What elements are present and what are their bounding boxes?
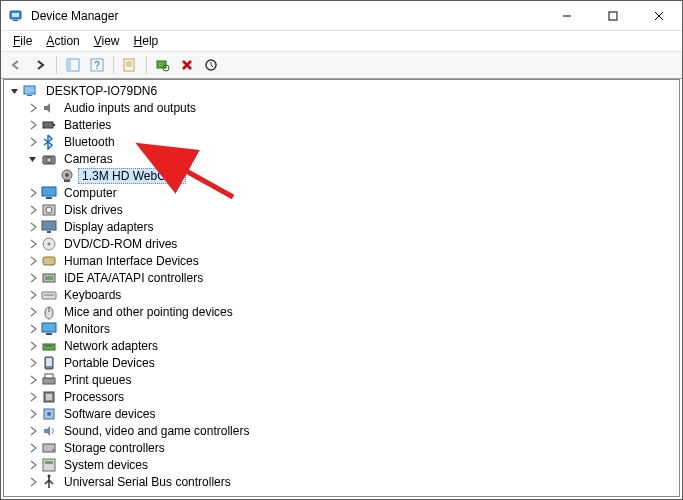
tree-item[interactable]: Storage controllers <box>4 439 679 456</box>
printer-icon <box>41 372 57 388</box>
svg-rect-39 <box>45 276 53 280</box>
tree-item[interactable]: Monitors <box>4 320 679 337</box>
tree-item-label: DVD/CD-ROM drives <box>60 236 181 252</box>
chevron-right-icon[interactable] <box>26 441 40 455</box>
chevron-right-icon[interactable] <box>26 135 40 149</box>
tree-item-label: Bluetooth <box>60 134 119 150</box>
tree-item-label: Universal Serial Bus controllers <box>60 474 235 490</box>
tree-item-label: System devices <box>60 457 152 473</box>
tree-item[interactable]: DESKTOP-IO79DN6 <box>4 82 679 99</box>
tree-item[interactable]: Computer <box>4 184 679 201</box>
menu-file[interactable]: File <box>7 32 38 50</box>
toolbar-separator <box>146 56 147 74</box>
tree-item[interactable]: Mice and other pointing devices <box>4 303 679 320</box>
tree-item[interactable]: Keyboards <box>4 286 679 303</box>
chevron-right-icon[interactable] <box>26 220 40 234</box>
tree-item[interactable]: Processors <box>4 388 679 405</box>
tree-item[interactable]: Sound, video and game controllers <box>4 422 679 439</box>
device-manager-icon <box>9 8 25 24</box>
svg-rect-1 <box>12 13 19 17</box>
tree-item-label: Mice and other pointing devices <box>60 304 237 320</box>
tree-item[interactable]: Print queues <box>4 371 679 388</box>
chevron-down-icon[interactable] <box>8 84 22 98</box>
show-hide-tree-button[interactable] <box>62 54 84 76</box>
chevron-right-icon[interactable] <box>26 203 40 217</box>
svg-rect-21 <box>27 95 32 96</box>
chevron-right-icon[interactable] <box>26 390 40 404</box>
svg-rect-30 <box>46 197 52 199</box>
tree-item-label: Storage controllers <box>60 440 169 456</box>
tree-item[interactable]: Portable Devices <box>4 354 679 371</box>
tree-item[interactable]: Universal Serial Bus controllers <box>4 473 679 490</box>
tree-item[interactable]: IDE ATA/ATAPI controllers <box>4 269 679 286</box>
menu-help[interactable]: Help <box>128 32 165 50</box>
tree-item[interactable]: 1.3M HD WebCam <box>4 167 679 184</box>
audio-icon <box>41 100 57 116</box>
svg-rect-28 <box>64 180 70 182</box>
tree-item-label: Monitors <box>60 321 114 337</box>
tree-item-label: Human Interface Devices <box>60 253 203 269</box>
svg-rect-37 <box>43 257 55 265</box>
chevron-right-icon[interactable] <box>26 271 40 285</box>
tree-item-label: Cameras <box>60 151 117 167</box>
chevron-right-icon[interactable] <box>26 254 40 268</box>
minimize-button[interactable] <box>544 1 590 30</box>
chevron-right-icon[interactable] <box>26 356 40 370</box>
chevron-right-icon[interactable] <box>26 475 40 489</box>
window-controls <box>544 1 682 30</box>
tree-item-label: Display adapters <box>60 219 157 235</box>
chevron-right-icon[interactable] <box>26 305 40 319</box>
menu-action[interactable]: Action <box>40 32 85 50</box>
svg-rect-34 <box>47 231 51 233</box>
tree-item[interactable]: Cameras <box>4 150 679 167</box>
disk-icon <box>41 202 57 218</box>
tree-item[interactable]: Software devices <box>4 405 679 422</box>
chevron-right-icon[interactable] <box>26 322 40 336</box>
chevron-right-icon[interactable] <box>26 288 40 302</box>
toolbar: ? <box>1 51 682 79</box>
scan-button[interactable] <box>152 54 174 76</box>
chevron-right-icon[interactable] <box>26 373 40 387</box>
hid-icon <box>41 253 57 269</box>
svg-rect-8 <box>67 59 71 71</box>
tree-item-label: Software devices <box>60 406 159 422</box>
uninstall-button[interactable] <box>176 54 198 76</box>
forward-button[interactable] <box>29 54 51 76</box>
network-icon <box>41 338 57 354</box>
help-button[interactable]: ? <box>86 54 108 76</box>
cpu-icon <box>41 389 57 405</box>
tree-item[interactable]: Human Interface Devices <box>4 252 679 269</box>
svg-rect-11 <box>124 59 134 71</box>
svg-point-60 <box>48 474 51 477</box>
chevron-right-icon[interactable] <box>26 458 40 472</box>
properties-button[interactable] <box>119 54 141 76</box>
chevron-right-icon[interactable] <box>26 424 40 438</box>
chevron-right-icon[interactable] <box>26 237 40 251</box>
tree-item[interactable]: Audio inputs and outputs <box>4 99 679 116</box>
chevron-right-icon[interactable] <box>26 186 40 200</box>
tree-item[interactable]: Bluetooth <box>4 133 679 150</box>
tree-item[interactable]: Display adapters <box>4 218 679 235</box>
tree-item[interactable]: System devices <box>4 456 679 473</box>
svg-text:?: ? <box>94 60 100 71</box>
tree-item[interactable]: Disk drives <box>4 201 679 218</box>
tree-item[interactable]: Batteries <box>4 116 679 133</box>
monitor2-icon <box>41 321 57 337</box>
close-button[interactable] <box>636 1 682 30</box>
computer-root-icon <box>23 83 39 99</box>
tree-item-label: Sound, video and game controllers <box>60 423 253 439</box>
tree-item[interactable]: Network adapters <box>4 337 679 354</box>
chevron-right-icon[interactable] <box>26 118 40 132</box>
svg-rect-50 <box>43 378 55 384</box>
chevron-right-icon[interactable] <box>26 339 40 353</box>
device-tree-pane[interactable]: DESKTOP-IO79DN6Audio inputs and outputsB… <box>3 79 680 497</box>
menu-view[interactable]: View <box>88 32 126 50</box>
maximize-button[interactable] <box>590 1 636 30</box>
tree-item[interactable]: DVD/CD-ROM drives <box>4 235 679 252</box>
update-driver-button[interactable] <box>200 54 222 76</box>
chevron-down-icon[interactable] <box>26 152 40 166</box>
chevron-right-icon[interactable] <box>26 101 40 115</box>
chevron-right-icon[interactable] <box>26 407 40 421</box>
svg-rect-51 <box>45 374 53 378</box>
back-button[interactable] <box>5 54 27 76</box>
